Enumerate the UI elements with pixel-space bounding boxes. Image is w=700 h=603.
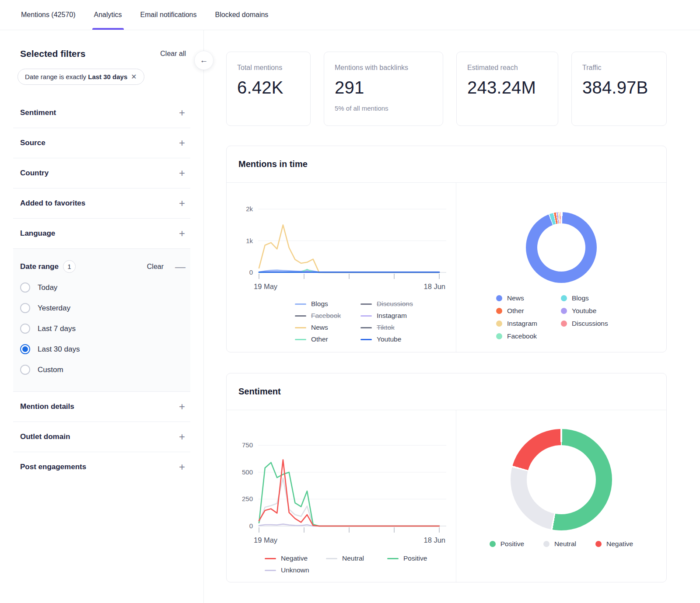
tab-analytics[interactable]: Analytics bbox=[94, 0, 122, 30]
legend-swatch bbox=[360, 339, 372, 340]
legend-item-facebook[interactable]: Facebook bbox=[496, 332, 561, 340]
sidebar-item-language[interactable]: Language + bbox=[13, 219, 190, 249]
legend-item-other[interactable]: Other bbox=[295, 335, 360, 343]
svg-text:0: 0 bbox=[249, 268, 253, 276]
mentions-line-legend: BlogsDiscussionsFacebookInstagramNewsTik… bbox=[274, 300, 456, 343]
legend-label: Instagram bbox=[507, 320, 537, 328]
legend-swatch bbox=[490, 541, 496, 547]
legend-swatch bbox=[265, 558, 276, 559]
legend-swatch bbox=[496, 321, 502, 327]
donut-ring bbox=[511, 429, 612, 530]
legend-label: Other bbox=[507, 307, 524, 315]
legend-item-neutral[interactable]: Neutral bbox=[326, 554, 387, 562]
legend-label: Discussions bbox=[377, 300, 413, 308]
plus-icon[interactable]: + bbox=[179, 229, 185, 238]
radio-custom[interactable]: Custom bbox=[13, 359, 190, 380]
legend-label: Positive bbox=[403, 554, 427, 562]
plus-icon[interactable]: + bbox=[179, 463, 185, 471]
tab-email-notifications[interactable]: Email notifications bbox=[140, 0, 197, 30]
legend-item-news[interactable]: News bbox=[496, 294, 561, 302]
sidebar-item-sentiment[interactable]: Sentiment + bbox=[13, 98, 190, 128]
plus-icon[interactable]: + bbox=[179, 108, 185, 117]
legend-item-news[interactable]: News bbox=[295, 324, 360, 331]
legend-item-positive[interactable]: Positive bbox=[387, 554, 448, 562]
close-icon[interactable]: ✕ bbox=[131, 73, 136, 80]
svg-text:18 Jun: 18 Jun bbox=[424, 282, 445, 290]
collapse-section-icon[interactable]: — bbox=[175, 262, 185, 271]
legend-swatch bbox=[561, 321, 567, 327]
svg-text:19 May: 19 May bbox=[254, 536, 278, 544]
legend-label: Positive bbox=[500, 540, 524, 548]
card-title: Mentions in time bbox=[238, 159, 308, 169]
legend-swatch bbox=[595, 541, 602, 547]
legend-label: Negative bbox=[606, 540, 633, 548]
sidebar-item-mention-details[interactable]: Mention details + bbox=[13, 392, 190, 422]
filter-chip-date-range[interactable]: Date range is exactly Last 30 days ✕ bbox=[18, 69, 144, 85]
legend-swatch bbox=[496, 333, 502, 339]
legend-item-negative[interactable]: Negative bbox=[595, 540, 633, 548]
stat-value: 243.24M bbox=[467, 78, 547, 98]
legend-item-discussions[interactable]: Discussions bbox=[561, 320, 626, 328]
sentiment-card: Sentiment 750500250019 May18 Jun Negativ… bbox=[226, 373, 667, 582]
legend-item-youtube[interactable]: Youtube bbox=[561, 307, 626, 315]
stat-value: 291 bbox=[335, 78, 432, 98]
sidebar-item-outlet-domain[interactable]: Outlet domain + bbox=[13, 422, 190, 452]
sidebar-item-post-engagements[interactable]: Post engagements + bbox=[13, 452, 190, 482]
main-content: Total mentions 6.42K Mentions with backl… bbox=[204, 30, 700, 603]
stat-card-backlinks: Mentions with backlinks 291 5% of all me… bbox=[324, 52, 443, 126]
legend-item-facebook[interactable]: Facebook bbox=[295, 312, 360, 320]
legend-swatch bbox=[561, 308, 567, 314]
radio-circle[interactable] bbox=[20, 303, 30, 313]
stat-card-estimated-reach: Estimated reach 243.24M bbox=[456, 52, 558, 126]
radio-circle[interactable] bbox=[20, 282, 30, 293]
radio-yesterday[interactable]: Yesterday bbox=[13, 298, 190, 318]
plus-icon[interactable]: + bbox=[179, 199, 185, 208]
legend-item-positive[interactable]: Positive bbox=[490, 540, 524, 548]
legend-swatch bbox=[496, 308, 502, 314]
radio-circle-selected[interactable] bbox=[20, 344, 30, 354]
legend-label: News bbox=[311, 324, 328, 331]
legend-item-other[interactable]: Other bbox=[496, 307, 561, 315]
radio-circle[interactable] bbox=[20, 365, 30, 375]
radio-last-7-days[interactable]: Last 7 days bbox=[13, 318, 190, 339]
header-tab-bar: Mentions (42570) Analytics Email notific… bbox=[0, 0, 700, 30]
collapse-sidebar-button[interactable]: ← bbox=[194, 51, 214, 70]
svg-text:18 Jun: 18 Jun bbox=[424, 536, 445, 544]
filters-sidebar: Selected filters Clear all Date range is… bbox=[0, 30, 204, 603]
legend-swatch bbox=[326, 558, 337, 559]
legend-label: Neutral bbox=[554, 540, 576, 548]
plus-icon[interactable]: + bbox=[179, 402, 185, 411]
plus-icon[interactable]: + bbox=[179, 169, 185, 178]
legend-label: Tiktok bbox=[377, 324, 395, 331]
stat-note: 5% of all mentions bbox=[335, 105, 432, 112]
legend-swatch bbox=[295, 315, 306, 317]
legend-item-discussions[interactable]: Discussions bbox=[360, 300, 435, 308]
legend-label: Discussions bbox=[572, 320, 608, 328]
radio-last-30-days[interactable]: Last 30 days bbox=[13, 339, 190, 359]
legend-item-negative[interactable]: Negative bbox=[265, 554, 326, 562]
legend-item-youtube[interactable]: Youtube bbox=[360, 335, 435, 343]
legend-item-blogs[interactable]: Blogs bbox=[295, 300, 360, 308]
plus-icon[interactable]: + bbox=[179, 432, 185, 441]
tab-mentions[interactable]: Mentions (42570) bbox=[21, 0, 76, 30]
sidebar-item-source[interactable]: Source + bbox=[13, 128, 190, 158]
plus-icon[interactable]: + bbox=[179, 139, 185, 147]
legend-item-instagram[interactable]: Instagram bbox=[360, 312, 435, 320]
clear-date-range-link[interactable]: Clear bbox=[147, 263, 164, 271]
analytics-page: Mentions (42570) Analytics Email notific… bbox=[0, 0, 700, 603]
radio-today[interactable]: Today bbox=[13, 277, 190, 298]
tab-blocked-domains[interactable]: Blocked domains bbox=[215, 0, 269, 30]
legend-item-unknown[interactable]: Unknown bbox=[265, 566, 326, 574]
sidebar-item-country[interactable]: Country + bbox=[13, 158, 190, 188]
donut-hole bbox=[527, 445, 596, 514]
legend-swatch bbox=[295, 339, 306, 340]
legend-label: Facebook bbox=[311, 312, 341, 320]
legend-item-blogs[interactable]: Blogs bbox=[561, 294, 626, 302]
sidebar-item-added-to-favorites[interactable]: Added to favorites + bbox=[13, 188, 190, 219]
clear-all-link[interactable]: Clear all bbox=[160, 50, 186, 58]
legend-item-tiktok[interactable]: Tiktok bbox=[360, 324, 435, 331]
legend-item-neutral[interactable]: Neutral bbox=[543, 540, 576, 548]
selected-filters-title: Selected filters bbox=[20, 49, 85, 59]
legend-item-instagram[interactable]: Instagram bbox=[496, 320, 561, 328]
radio-circle[interactable] bbox=[20, 324, 30, 334]
